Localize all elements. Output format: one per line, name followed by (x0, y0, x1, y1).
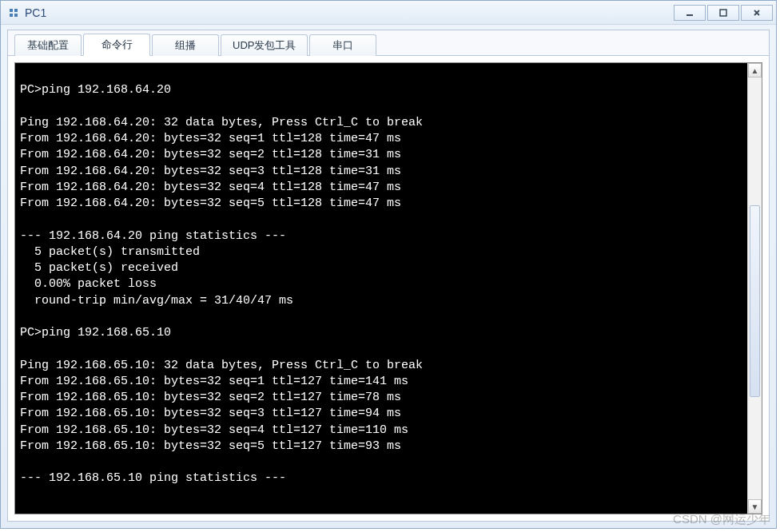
window-controls (674, 5, 773, 21)
minimize-button[interactable] (674, 5, 706, 21)
terminal-container: PC>ping 192.168.64.20 Ping 192.168.64.20… (14, 62, 762, 514)
tab-udp-tool[interactable]: UDP发包工具 (221, 34, 308, 56)
scroll-up-icon[interactable]: ▲ (748, 63, 762, 77)
tab-basic-config[interactable]: 基础配置 (14, 34, 82, 56)
tab-multicast[interactable]: 组播 (152, 34, 219, 56)
titlebar[interactable]: PC1 (1, 1, 776, 25)
tab-bar: 基础配置 命令行 组播 UDP发包工具 串口 (8, 30, 769, 56)
svg-rect-1 (720, 10, 726, 16)
app-window: PC1 基础配置 命令行 组播 UDP发包工具 串口 PC>ping 192.1… (0, 0, 777, 529)
svg-rect-0 (686, 14, 693, 16)
window-title: PC1 (25, 6, 674, 19)
scroll-track[interactable] (748, 77, 762, 499)
scrollbar[interactable]: ▲ ▼ (747, 63, 762, 514)
scroll-thumb[interactable] (750, 205, 760, 397)
tab-command-line[interactable]: 命令行 (83, 34, 150, 56)
terminal-output[interactable]: PC>ping 192.168.64.20 Ping 192.168.64.20… (15, 63, 747, 514)
maximize-button[interactable] (707, 5, 739, 21)
tab-serial[interactable]: 串口 (309, 34, 376, 56)
close-button[interactable] (741, 5, 773, 21)
app-icon (7, 6, 20, 19)
client-area: 基础配置 命令行 组播 UDP发包工具 串口 PC>ping 192.168.6… (7, 30, 770, 522)
scroll-down-icon[interactable]: ▼ (748, 499, 762, 514)
